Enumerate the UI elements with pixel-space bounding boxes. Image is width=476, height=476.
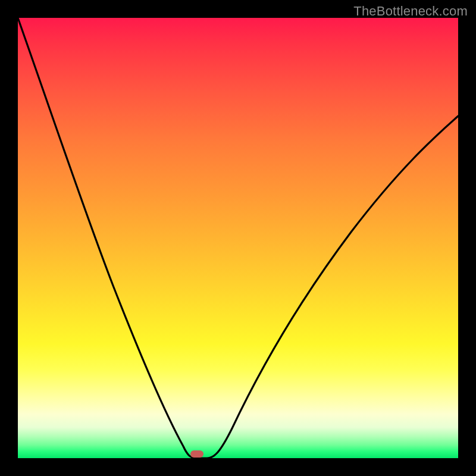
optimal-point-marker bbox=[190, 450, 203, 458]
chart-frame: TheBottleneck.com bbox=[0, 0, 476, 476]
watermark-text: TheBottleneck.com bbox=[353, 4, 468, 19]
gradient-plot-area bbox=[18, 18, 458, 458]
